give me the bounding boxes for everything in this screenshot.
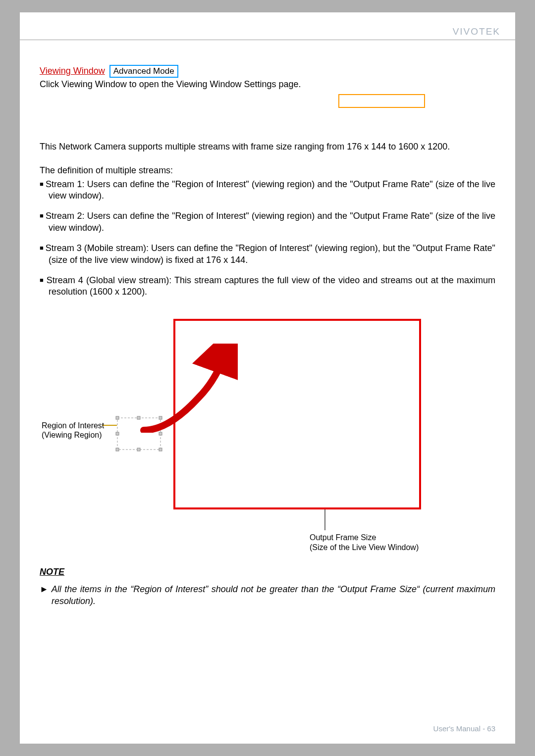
- size-leader-line: [324, 509, 325, 530]
- roi-label: Region of Interest (Viewing Region): [42, 421, 104, 440]
- note-heading: NOTE: [40, 566, 495, 578]
- footer-page-number: 63: [487, 724, 495, 733]
- streams-list: Stream 1: Users can define the "Region o…: [40, 179, 495, 298]
- output-size-label: Output Frame Size (Size of the Live View…: [310, 533, 419, 553]
- advanced-mode-badge: Advanced Mode: [109, 65, 178, 78]
- placeholder-box-wrap: [40, 94, 495, 111]
- size-label-line2: (Size of the Live View Window): [310, 543, 419, 552]
- roi-label-line2: (Viewing Region): [42, 431, 102, 439]
- list-item: Stream 1: Users can define the "Region o…: [40, 179, 495, 202]
- document-page: VIVOTEK Viewing Window Advanced Mode Cli…: [20, 12, 515, 744]
- roi-diagram: Region of Interest (Viewing Region): [40, 319, 495, 566]
- intro-text: Click Viewing Window to open the Viewing…: [40, 79, 495, 90]
- svg-rect-4: [116, 432, 119, 435]
- list-item: Stream 3 (Mobile stream): Users can defi…: [40, 243, 495, 266]
- size-label-line1: Output Frame Size: [310, 533, 376, 542]
- viewing-window-link[interactable]: Viewing Window: [40, 66, 105, 76]
- list-item: Stream 2: Users can define the "Region o…: [40, 210, 495, 234]
- svg-rect-7: [137, 448, 140, 451]
- brand-label: VIVOTEK: [453, 26, 500, 37]
- note-text: All the items in the “Region of Interest…: [52, 584, 495, 605]
- roi-leader-line: [102, 425, 117, 426]
- support-paragraph: This Network Camera supports multiple st…: [40, 141, 495, 152]
- page-footer: User's Manual - 63: [433, 724, 495, 744]
- footer-label: User's Manual -: [433, 724, 487, 733]
- streams-subhead: The definition of multiple streams:: [40, 165, 495, 176]
- page-content: Viewing Window Advanced Mode Click Viewi…: [20, 40, 515, 607]
- triangle-bullet-icon: ►: [40, 584, 49, 594]
- enlarge-arrow-icon: [139, 344, 238, 433]
- list-item: Stream 4 (Global view stream): This stre…: [40, 275, 495, 298]
- svg-rect-1: [116, 416, 119, 419]
- note-body: ► All the items in the “Region of Intere…: [40, 584, 495, 607]
- roi-label-line1: Region of Interest: [42, 421, 104, 430]
- page-header: VIVOTEK: [20, 12, 515, 40]
- section-heading: Viewing Window Advanced Mode: [40, 65, 495, 78]
- svg-rect-6: [116, 448, 119, 451]
- svg-rect-8: [159, 448, 162, 451]
- placeholder-box: [338, 94, 425, 108]
